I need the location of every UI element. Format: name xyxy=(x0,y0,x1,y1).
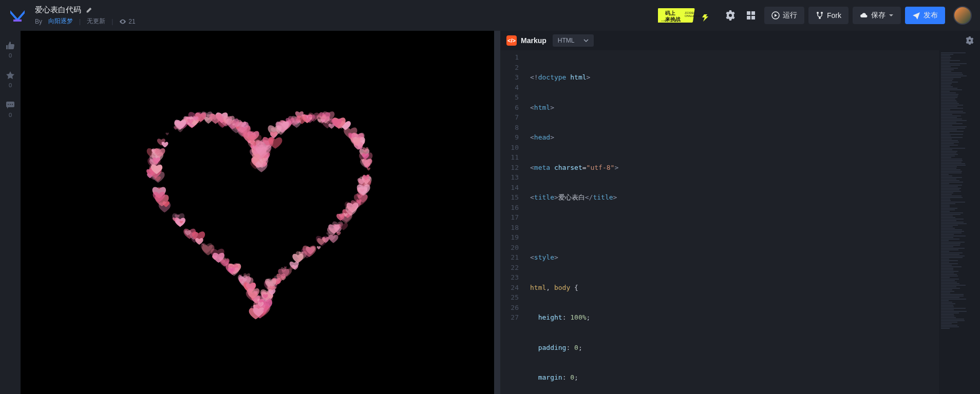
publish-button[interactable]: 发布 xyxy=(905,7,945,24)
meta-separator: | xyxy=(79,18,81,25)
code-area[interactable]: <!doctype html> <html> <head> <meta char… xyxy=(526,50,939,394)
save-button[interactable]: 保存 xyxy=(853,7,901,24)
editor-header: </> Markup HTML xyxy=(500,31,980,50)
svg-text:CHALLENGE: CHALLENGE xyxy=(685,14,701,17)
comment-icon xyxy=(6,101,15,110)
fork-icon xyxy=(816,11,824,19)
code-icon: </> xyxy=(506,35,517,46)
fork-button[interactable]: Fork xyxy=(808,7,849,24)
by-label: By xyxy=(35,18,42,25)
svg-point-16 xyxy=(8,104,9,105)
svg-point-18 xyxy=(12,104,13,105)
svg-rect-9 xyxy=(747,16,750,19)
sidebar: 0 0 0 xyxy=(0,31,21,394)
like-button[interactable]: 0 xyxy=(6,41,15,58)
avatar[interactable] xyxy=(953,6,972,25)
thumbs-up-icon xyxy=(6,41,15,50)
author-link[interactable]: 向阳逐梦 xyxy=(48,17,73,26)
svg-point-17 xyxy=(10,104,11,105)
chevron-down-icon xyxy=(889,13,894,18)
line-gutter: 1234567891011121314151617181920212223242… xyxy=(500,50,526,394)
edit-icon[interactable] xyxy=(85,7,92,14)
svg-rect-8 xyxy=(751,11,755,15)
views-count: 21 xyxy=(119,18,135,25)
preview-panel xyxy=(21,31,500,394)
editor-panel: </> Markup HTML 123456789101112131415161… xyxy=(500,31,980,394)
star-button[interactable]: 0 xyxy=(6,71,15,88)
svg-rect-7 xyxy=(747,11,750,15)
heart-canvas xyxy=(21,31,500,394)
meta-separator: | xyxy=(111,18,113,25)
svg-point-13 xyxy=(821,12,823,14)
logo[interactable] xyxy=(8,6,27,25)
svg-point-12 xyxy=(817,12,819,14)
settings-icon[interactable] xyxy=(725,10,736,21)
svg-text:码上: 码上 xyxy=(665,10,675,16)
svg-rect-10 xyxy=(751,16,755,19)
comment-button[interactable]: 0 xyxy=(6,101,15,118)
editor-settings-icon[interactable] xyxy=(966,36,974,45)
chevron-down-icon xyxy=(583,38,589,43)
markup-label: </> Markup xyxy=(506,35,546,46)
title-section: 爱心表白代码 By 向阳逐梦 | 无更新 | 21 xyxy=(35,5,136,26)
cloud-icon xyxy=(860,11,868,19)
star-icon xyxy=(6,71,15,80)
language-select[interactable]: HTML xyxy=(553,34,594,47)
preview-scrollbar[interactable] xyxy=(494,31,500,394)
grid-icon[interactable] xyxy=(746,10,756,21)
header: 爱心表白代码 By 向阳逐梦 | 无更新 | 21 码上 来挑战 JCODE//… xyxy=(0,0,980,31)
svg-rect-0 xyxy=(13,19,22,22)
run-button[interactable]: 运行 xyxy=(764,7,804,24)
update-status: 无更新 xyxy=(87,17,105,26)
project-title: 爱心表白代码 xyxy=(35,5,81,15)
main-area: 0 0 0 </> Markup H xyxy=(0,31,980,394)
challenge-badge[interactable]: 码上 来挑战 JCODE/// CHALLENGE >>2022 xyxy=(655,6,717,25)
eye-icon xyxy=(119,18,126,25)
play-icon xyxy=(771,11,780,19)
send-icon xyxy=(912,11,920,19)
minimap[interactable] xyxy=(939,50,980,394)
svg-text:>>2022: >>2022 xyxy=(661,19,668,22)
code-editor[interactable]: 1234567891011121314151617181920212223242… xyxy=(500,50,980,394)
